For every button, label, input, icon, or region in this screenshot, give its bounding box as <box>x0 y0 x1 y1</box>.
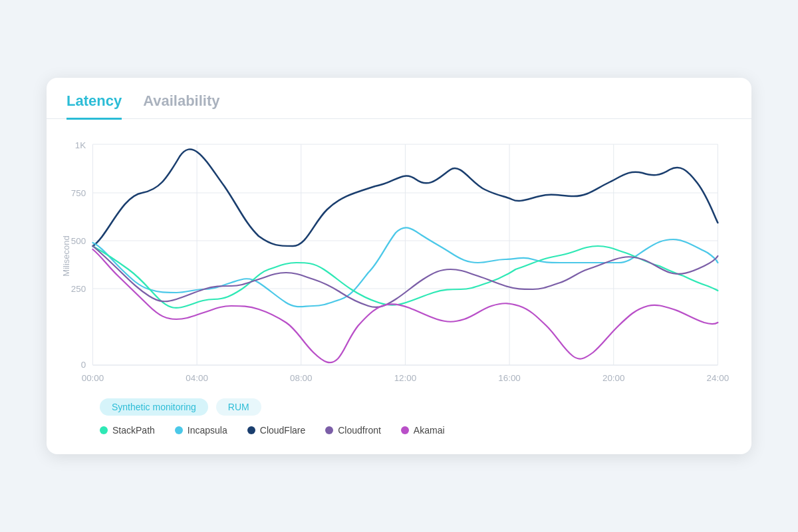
chart-wrap: 1K 750 500 250 0 Milisecond <box>60 130 732 389</box>
legend-cloudfront: Cloudfront <box>325 425 381 436</box>
incapsula-label: Incapsula <box>188 425 227 436</box>
svg-text:00:00: 00:00 <box>82 373 104 383</box>
incapsula-dot <box>175 426 183 434</box>
legend-stackpath: StackPath <box>100 425 155 436</box>
svg-text:1K: 1K <box>75 140 86 150</box>
cloudfront-dot <box>325 426 333 434</box>
akamai-dot <box>401 426 409 434</box>
legend-section: Synthetic monitoring RUM StackPath Incap… <box>47 389 751 436</box>
svg-text:0: 0 <box>81 360 86 370</box>
cloudfront-label: Cloudfront <box>338 425 381 436</box>
svg-text:500: 500 <box>71 236 86 246</box>
svg-text:08:00: 08:00 <box>290 373 313 383</box>
main-card: Latency Availability 1K 750 500 250 0 Mi… <box>47 78 751 455</box>
cloudflare-label: CloudFlare <box>260 425 305 436</box>
synthetic-monitoring-button[interactable]: Synthetic monitoring <box>100 398 208 416</box>
legend-incapsula: Incapsula <box>175 425 227 436</box>
legend-akamai: Akamai <box>401 425 445 436</box>
stackpath-label: StackPath <box>112 425 155 436</box>
svg-text:20:00: 20:00 <box>602 373 625 383</box>
legend-cloudflare: CloudFlare <box>247 425 305 436</box>
svg-text:12:00: 12:00 <box>394 373 417 383</box>
svg-text:750: 750 <box>71 188 86 198</box>
filter-buttons: Synthetic monitoring RUM <box>66 398 732 416</box>
svg-text:250: 250 <box>71 284 86 294</box>
svg-text:24:00: 24:00 <box>707 373 730 383</box>
legend-items: StackPath Incapsula CloudFlare Cloudfron… <box>66 425 732 436</box>
akamai-label: Akamai <box>414 425 445 436</box>
svg-text:Milisecond: Milisecond <box>61 236 71 277</box>
cloudflare-dot <box>247 426 255 434</box>
tab-latency[interactable]: Latency <box>66 92 122 120</box>
tab-availability[interactable]: Availability <box>143 92 219 120</box>
chart-area: 1K 750 500 250 0 Milisecond <box>47 119 751 389</box>
svg-text:04:00: 04:00 <box>186 373 208 383</box>
svg-text:16:00: 16:00 <box>498 373 521 383</box>
latency-chart: 1K 750 500 250 0 Milisecond <box>60 130 732 389</box>
tab-bar: Latency Availability <box>47 78 751 120</box>
rum-button[interactable]: RUM <box>216 398 261 416</box>
stackpath-dot <box>100 426 108 434</box>
